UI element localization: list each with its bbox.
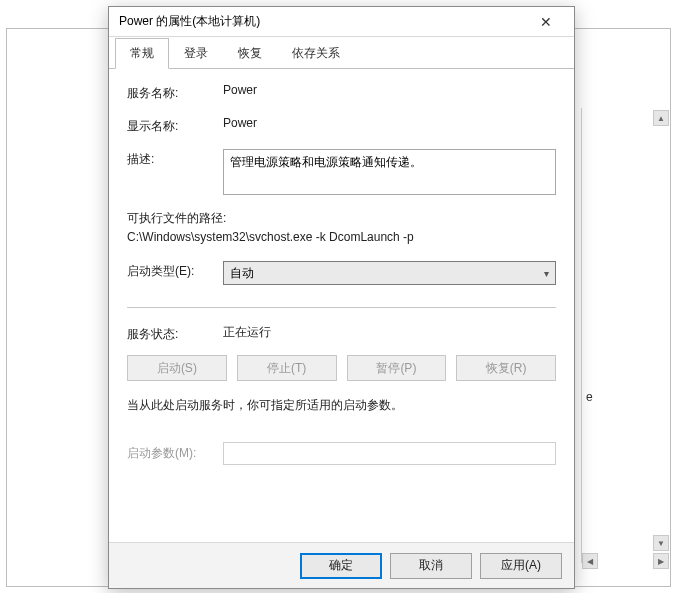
- chevron-down-icon: ▾: [544, 268, 549, 279]
- column-tail-text: e: [586, 390, 593, 404]
- pause-button: 暂停(P): [347, 355, 447, 381]
- label-description: 描述:: [127, 149, 223, 168]
- ok-button[interactable]: 确定: [300, 553, 382, 579]
- dialog-tabs: 常规 登录 恢复 依存关系: [109, 37, 574, 69]
- hscroll-right-button[interactable]: ▶: [653, 553, 669, 569]
- bg-right-pane: ▲ e ▼ ◀ ▶: [581, 108, 669, 563]
- separator: [127, 307, 556, 308]
- resume-button: 恢复(R): [456, 355, 556, 381]
- description-textbox[interactable]: 管理电源策略和电源策略通知传递。: [223, 149, 556, 195]
- label-start-params: 启动参数(M):: [127, 445, 223, 462]
- label-exe-path: 可执行文件的路径:: [127, 209, 556, 228]
- dialog-close-button[interactable]: ✕: [526, 8, 566, 36]
- properties-dialog: Power 的属性(本地计算机) ✕ 常规 登录 恢复 依存关系 服务名称: P…: [108, 6, 575, 589]
- tab-recovery[interactable]: 恢复: [223, 38, 277, 69]
- hscroll-left-button[interactable]: ◀: [582, 553, 598, 569]
- scroll-down-button[interactable]: ▼: [653, 535, 669, 551]
- label-service-status: 服务状态:: [127, 324, 223, 343]
- stop-button: 停止(T): [237, 355, 337, 381]
- start-params-hint: 当从此处启动服务时，你可指定所适用的启动参数。: [127, 397, 556, 414]
- value-exe-path: C:\Windows\system32\svchost.exe -k DcomL…: [127, 228, 556, 247]
- scroll-up-button[interactable]: ▲: [653, 110, 669, 126]
- cancel-button[interactable]: 取消: [390, 553, 472, 579]
- value-display-name: Power: [223, 116, 556, 130]
- startup-type-select[interactable]: 自动 ▾: [223, 261, 556, 285]
- start-button: 启动(S): [127, 355, 227, 381]
- value-service-status: 正在运行: [223, 324, 556, 341]
- value-service-name: Power: [223, 83, 556, 97]
- apply-button[interactable]: 应用(A): [480, 553, 562, 579]
- dialog-body: 服务名称: Power 显示名称: Power 描述: 管理电源策略和电源策略通…: [109, 69, 574, 542]
- dialog-footer: 确定 取消 应用(A): [109, 542, 574, 588]
- label-display-name: 显示名称:: [127, 116, 223, 135]
- dialog-title: Power 的属性(本地计算机): [119, 13, 526, 30]
- tab-general[interactable]: 常规: [115, 38, 169, 69]
- dialog-titlebar[interactable]: Power 的属性(本地计算机) ✕: [109, 7, 574, 37]
- start-params-input: [223, 442, 556, 465]
- label-startup-type: 启动类型(E):: [127, 261, 223, 280]
- label-service-name: 服务名称:: [127, 83, 223, 102]
- tab-dependencies[interactable]: 依存关系: [277, 38, 355, 69]
- startup-type-value: 自动: [230, 265, 254, 282]
- tab-logon[interactable]: 登录: [169, 38, 223, 69]
